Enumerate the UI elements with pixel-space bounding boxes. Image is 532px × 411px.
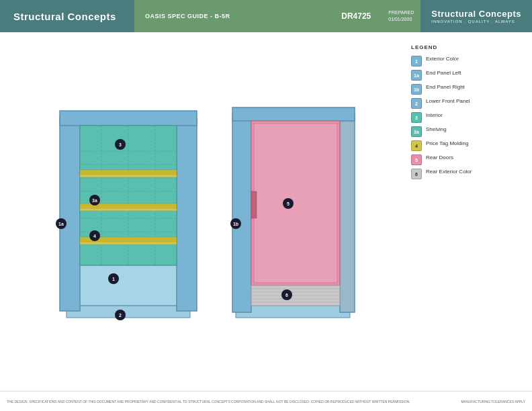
svg-rect-22 [236,306,350,318]
rear-unit-drawing: 1b 5 6 [229,97,363,326]
legend-badge-1: 1 [411,56,422,66]
legend-badge-1b: 1b [411,84,422,95]
badge-3a: 3a [89,195,100,205]
legend-badge-4: 4 [411,140,422,151]
svg-rect-27 [254,124,337,283]
badge-3: 3 [115,139,126,150]
brand-title: Structural Concepts [13,11,116,22]
legend-item-2: 2Lower Front Panel [411,98,519,109]
header-spec: OASIS SPEC GUIDE - B-5R [134,0,330,32]
badge-1a: 1a [56,218,66,229]
spec-guide-text: OASIS SPEC GUIDE - B-5R [145,13,230,19]
badge-4: 4 [89,230,100,241]
drawing-area: 1a 1 2 3 3a 4 [13,39,404,384]
legend-item-5: 5Rear Doors [411,154,519,165]
svg-rect-23 [232,114,251,312]
legend-item-1: 1Exterior Color [411,56,519,66]
legend-label-3: Interior [426,112,443,119]
legend-badge-3: 3 [411,112,422,123]
legend-label-5: Rear Doors [426,154,453,161]
legend-item-6: 6Rear Exterior Color [411,169,519,179]
svg-rect-3 [177,118,197,311]
main-content: 1a 1 2 3 3a 4 [0,32,532,391]
footer: THE DESIGN, SPECIFICATIONS AND CONTENT O… [0,391,532,411]
legend-label-6: Rear Exterior Color [426,169,472,175]
model-number: DR4725 [341,11,371,21]
legend-label-2: Lower Front Panel [426,98,470,105]
legend-item-3: 3Interior [411,112,519,123]
svg-rect-19 [80,175,177,177]
legend-items: 1Exterior Color1aEnd Panel Left1bEnd Pan… [411,56,519,179]
info-line2: 01/01/2000 [388,16,414,23]
legend-badge-3a: 3a [411,126,422,137]
legend-title: LEGEND [411,44,519,50]
header-logo-area: Structural Concepts INNOVATION . QUALITY… [420,0,532,32]
svg-rect-25 [232,107,355,121]
logo-sub: INNOVATION . QUALITY . ALWAYS [431,19,515,24]
svg-rect-0 [66,306,190,318]
svg-rect-1 [66,265,190,306]
svg-rect-21 [80,242,177,244]
svg-rect-20 [80,208,177,211]
badge-1b: 1b [230,218,241,229]
badge-1: 1 [108,273,119,284]
svg-rect-2 [60,118,80,311]
badge-6: 6 [281,289,292,300]
svg-rect-4 [60,111,197,126]
legend-badge-1a: 1a [411,70,422,81]
svg-rect-28 [251,191,257,218]
header-model: DR4725 [330,0,382,32]
legend-label-3a: Shelving [426,126,447,133]
legend-item-4: 4Price Tag Molding [411,140,519,151]
legend-label-4: Price Tag Molding [426,140,468,147]
legend-item-3a: 3aShelving [411,126,519,137]
legend-badge-5: 5 [411,154,422,165]
legend-label-1b: End Panel Right [426,84,465,91]
front-unit-drawing: 1a 1 2 3 3a 4 [54,97,202,326]
badge-2: 2 [115,310,126,320]
footer-disclaimer1: THE DESIGN, SPECIFICATIONS AND CONTENT O… [7,400,434,404]
logo-text: Structural Concepts [431,9,521,19]
footer-disclaimer2: MANUFACTURING TOLERANCES APPLY [461,400,525,404]
header-info: PREPARED 01/01/2000 [382,0,420,32]
legend-item-1a: 1aEnd Panel Left [411,70,519,81]
badge-5: 5 [283,198,294,209]
legend: LEGEND 1Exterior Color1aEnd Panel Left1b… [411,39,519,384]
drawing-container: 1a 1 2 3 3a 4 [13,97,404,326]
legend-label-1: Exterior Color [426,56,459,62]
legend-item-1b: 1bEnd Panel Right [411,84,519,95]
legend-badge-6: 6 [411,169,422,179]
front-view-svg [54,97,202,326]
legend-label-1a: End Panel Left [426,70,461,77]
info-line1: PREPARED [388,9,414,16]
header-brand: Structural Concepts [0,0,134,32]
rear-view-svg [229,97,363,326]
svg-rect-24 [340,114,355,312]
header: Structural Concepts OASIS SPEC GUIDE - B… [0,0,532,32]
legend-badge-2: 2 [411,98,422,109]
